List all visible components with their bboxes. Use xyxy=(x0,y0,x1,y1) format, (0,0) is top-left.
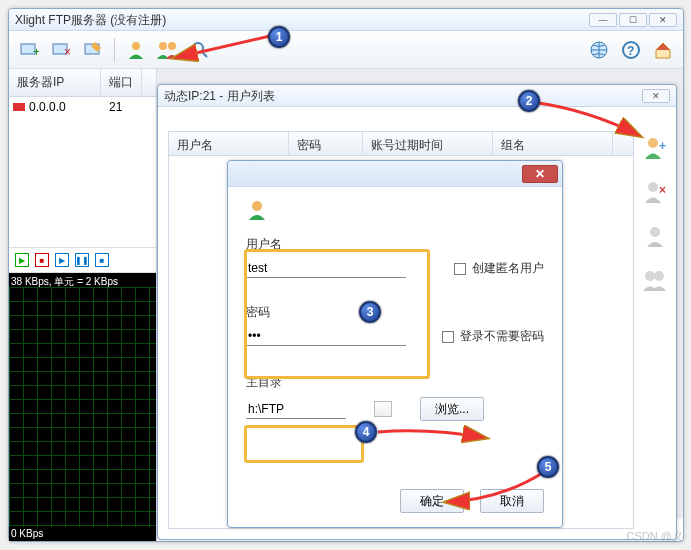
home-input[interactable] xyxy=(246,400,346,419)
password-label: 密码 xyxy=(246,304,544,321)
svg-point-21 xyxy=(252,201,262,211)
server-remove-icon[interactable]: × xyxy=(47,36,75,64)
dialog-titlebar: ✕ xyxy=(228,161,562,187)
svg-point-18 xyxy=(650,227,660,237)
stop-button[interactable]: ■ xyxy=(35,253,49,267)
svg-text:×: × xyxy=(659,183,666,197)
stop2-button[interactable]: ■ xyxy=(95,253,109,267)
username-label: 用户名 xyxy=(246,236,544,253)
password-input[interactable] xyxy=(246,327,406,346)
highlight-box-home xyxy=(244,425,364,463)
svg-point-8 xyxy=(193,43,203,53)
dialog-user-icon xyxy=(246,199,268,221)
svg-point-6 xyxy=(159,42,167,50)
svg-text:+: + xyxy=(33,45,39,59)
globe-icon[interactable] xyxy=(585,36,613,64)
server-port-value: 21 xyxy=(101,97,122,117)
ok-button[interactable]: 确定 xyxy=(400,489,464,513)
browse-button[interactable]: 浏览... xyxy=(420,397,484,421)
users-icon[interactable] xyxy=(154,36,182,64)
svg-point-20 xyxy=(654,271,664,281)
add-user-dialog: ✕ 用户名 创建匿名用户 密码 登录不需要密码 主目录 浏览... xyxy=(227,160,563,528)
remove-user-icon[interactable]: × xyxy=(642,179,668,205)
main-min-button[interactable]: — xyxy=(589,13,617,27)
nopassword-label: 登录不需要密码 xyxy=(460,328,544,345)
user-icon[interactable] xyxy=(122,36,150,64)
username-input[interactable] xyxy=(246,259,406,278)
userlist-columns: 用户名 密码 账号过期时间 组名 xyxy=(169,132,633,156)
userlist-title: 动态IP:21 - 用户列表 xyxy=(164,85,275,107)
server-list: 0.0.0.0 21 xyxy=(9,97,156,247)
main-max-button[interactable]: ☐ xyxy=(619,13,647,27)
col-expire[interactable]: 账号过期时间 xyxy=(363,132,493,155)
svg-text:+: + xyxy=(659,139,666,153)
col-username[interactable]: 用户名 xyxy=(169,132,289,155)
main-titlebar: Xlight FTP服务器 (没有注册) — ☐ ✕ xyxy=(9,9,683,31)
bandwidth-graph: 38 KBps, 单元 = 2 KBps 0 KBps xyxy=(9,273,156,541)
server-row[interactable]: 0.0.0.0 21 xyxy=(9,97,156,117)
svg-point-16 xyxy=(648,182,658,192)
users-group-icon[interactable] xyxy=(642,267,668,293)
svg-text:×: × xyxy=(64,45,71,59)
col-group[interactable]: 组名 xyxy=(493,132,613,155)
main-title: Xlight FTP服务器 (没有注册) xyxy=(15,9,166,31)
server-list-panel: 服务器IP 端口 0.0.0.0 21 ▶ ■ ▶ ❚❚ ■ 38 KBps, … xyxy=(9,69,157,541)
server-add-icon[interactable]: + xyxy=(15,36,43,64)
help-icon[interactable]: ? xyxy=(617,36,645,64)
home-icon[interactable] xyxy=(649,36,677,64)
dialog-close-button[interactable]: ✕ xyxy=(522,165,558,183)
svg-point-14 xyxy=(648,138,658,148)
folder-preview-icon xyxy=(374,401,392,417)
server-status-icon xyxy=(13,101,25,113)
graph-grid xyxy=(9,287,156,527)
play-button[interactable]: ▶ xyxy=(55,253,69,267)
cancel-button[interactable]: 取消 xyxy=(480,489,544,513)
anonymous-checkbox[interactable] xyxy=(454,263,466,275)
svg-rect-13 xyxy=(13,103,25,111)
svg-point-5 xyxy=(132,42,140,50)
graph-bottom-label: 0 KBps xyxy=(11,528,43,539)
svg-point-19 xyxy=(645,271,655,281)
start-button[interactable]: ▶ xyxy=(15,253,29,267)
userlist-sidebar: + × xyxy=(638,135,672,293)
add-user-icon[interactable]: + xyxy=(642,135,668,161)
col-server-port[interactable]: 端口 xyxy=(101,69,142,96)
anonymous-label: 创建匿名用户 xyxy=(472,260,544,277)
home-label: 主目录 xyxy=(246,374,544,391)
userlist-titlebar: 动态IP:21 - 用户列表 ✕ xyxy=(158,85,676,107)
toolbar-separator xyxy=(114,38,115,62)
server-controls: ▶ ■ ▶ ❚❚ ■ xyxy=(9,247,156,273)
userlist-close-button[interactable]: ✕ xyxy=(642,89,670,103)
server-edit-icon[interactable] xyxy=(79,36,107,64)
server-ip-value: 0.0.0.0 xyxy=(29,97,66,117)
main-close-button[interactable]: ✕ xyxy=(649,13,677,27)
pause-button[interactable]: ❚❚ xyxy=(75,253,89,267)
user-group-icon[interactable] xyxy=(642,223,668,249)
svg-point-7 xyxy=(168,42,176,50)
svg-text:?: ? xyxy=(627,44,634,58)
main-toolbar: + × ? xyxy=(9,31,683,69)
search-icon[interactable] xyxy=(186,36,214,64)
col-password[interactable]: 密码 xyxy=(289,132,363,155)
col-server-ip[interactable]: 服务器IP xyxy=(9,69,101,96)
svg-line-9 xyxy=(202,52,207,57)
nopassword-checkbox[interactable] xyxy=(442,331,454,343)
watermark: CSDN @义 xyxy=(627,529,683,544)
server-columns: 服务器IP 端口 xyxy=(9,69,156,97)
